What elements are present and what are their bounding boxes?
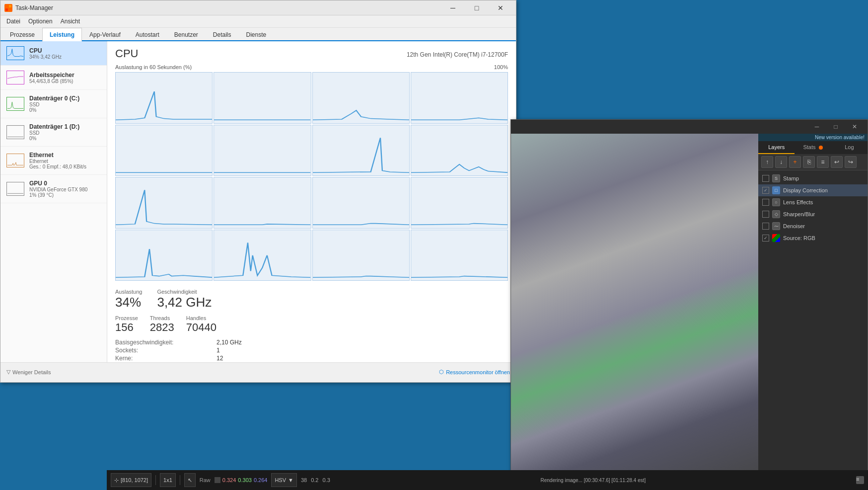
sidebar-item-disk1[interactable]: Datenträger 1 (D:) SSD 0% (0, 118, 107, 147)
menubar: Datei Optionen Ansicht (0, 15, 516, 28)
kerne-label: Kerne: (115, 355, 215, 362)
tab-app-verlauf[interactable]: App-Verlauf (82, 28, 128, 41)
close-button[interactable]: ✕ (489, 0, 512, 15)
taskbar-zoom[interactable]: 1x1 (160, 473, 176, 487)
sidebar-item-disk0[interactable]: Datenträger 0 (C:) SSD 0% (0, 90, 107, 118)
prozesse-label: Prozesse (115, 315, 138, 321)
geschwindigkeit-label: Geschwindigkeit (157, 289, 212, 295)
taskbar-coords: ⊹ [810, 1072] (111, 473, 151, 487)
cpu-core-6 (312, 125, 410, 176)
taskbar-color-mode[interactable]: HSV ▼ (271, 473, 297, 487)
disk0-sidebar-info: Datenträger 0 (C:) SSD 0% (29, 95, 101, 113)
disk0-sidebar-name: Datenträger 0 (C:) (29, 95, 101, 102)
disk0-sidebar-sub2: 0% (29, 107, 101, 113)
pe-tab-log[interactable]: Log (831, 141, 868, 154)
gpu-sidebar-sub2: 1% (39 °C) (29, 192, 101, 198)
layer-display-correction[interactable]: □ Display Correction (758, 184, 868, 196)
taskbar-r-value: 0.324 (222, 477, 236, 483)
layer-sharpen-blur-label: Sharpen/Blur (783, 211, 815, 217)
sidebar-item-memory[interactable]: Arbeitsspeicher 54,4/63,8 GB (85%) (0, 66, 107, 90)
resource-monitor-button[interactable]: ⬡ Ressourcenmonitor öffnen (439, 369, 510, 375)
handles-stat: Handles 70440 (186, 315, 217, 334)
layer-denoiser[interactable]: ⁓ Denoiser (758, 220, 868, 232)
raw-label: Raw (200, 477, 211, 483)
pe-minimize-button[interactable]: ─ (808, 121, 826, 132)
taskbar-h-value: 38 (301, 477, 307, 483)
layer-sharpen-blur-visibility[interactable] (762, 211, 769, 218)
sidebar-item-ethernet[interactable]: Ethernet Ethernet Ges.: 0 Empf.: 48,0 KB… (0, 147, 107, 175)
less-details-label: Weniger Details (12, 369, 51, 375)
pe-maximize-button[interactable]: □ (827, 121, 845, 132)
pe-tool-5[interactable]: ≡ (817, 156, 829, 168)
taskbar-menu-icon[interactable]: ≡ (856, 476, 864, 484)
layer-denoiser-visibility[interactable] (762, 223, 769, 230)
pe-tool-1[interactable]: ↑ (761, 156, 773, 168)
color-mode-value: HSV (275, 477, 286, 483)
cpu-core-9 (214, 177, 311, 229)
threads-label: Threads (150, 315, 174, 321)
color-mode-dropdown-icon: ▼ (288, 477, 293, 483)
task-manager-footer: ▽ Weniger Details ⬡ Ressourcenmonitor öf… (0, 362, 516, 381)
chart-percent-max: 100% (494, 64, 508, 70)
stats-indicator (819, 146, 823, 150)
pe-add-layer-button[interactable]: + (789, 156, 801, 168)
basisgeschwindigkeit-label: Basisgeschwindigkeit: (115, 339, 215, 346)
pe-sidebar: New version available! Layers Stats Log … (758, 134, 868, 490)
layer-display-correction-visibility[interactable] (762, 187, 769, 194)
cpu-sidebar-sub: 34% 3,42 GHz (29, 54, 101, 60)
arrow-icon: ↖ (188, 477, 192, 484)
pe-tool-7[interactable]: ↪ (845, 156, 857, 168)
layer-stamp[interactable]: S Stamp (758, 172, 868, 184)
pe-close-button[interactable]: ✕ (846, 121, 864, 132)
sidebar-item-cpu[interactable]: CPU 34% 3,42 GHz (0, 41, 107, 66)
window-title: Task-Manager (15, 4, 53, 11)
maximize-button[interactable]: □ (465, 0, 488, 15)
pe-tool-2[interactable]: ↓ (775, 156, 787, 168)
menu-ansicht[interactable]: Ansicht (57, 16, 84, 26)
pe-tool-6[interactable]: ↩ (831, 156, 843, 168)
cpu-sidebar-name: CPU (29, 47, 101, 54)
layer-stamp-visibility[interactable] (762, 175, 769, 182)
layer-source-rgb-visibility[interactable] (762, 235, 769, 242)
layer-source-rgb-label: Source: RGB (783, 235, 815, 241)
layer-source-rgb[interactable]: Source: RGB (758, 232, 868, 244)
taskbar-s-value: 0.2 (311, 477, 318, 483)
menu-optionen[interactable]: Optionen (24, 16, 57, 26)
layer-denoiser-icon: ⁓ (772, 222, 780, 230)
tab-autostart[interactable]: Autostart (128, 28, 167, 41)
tab-dienste[interactable]: Dienste (239, 28, 274, 41)
layer-sharpen-blur[interactable]: ◇ Sharpen/Blur (758, 208, 868, 220)
pe-window-controls: ─ □ ✕ (808, 121, 864, 132)
tab-details[interactable]: Details (206, 28, 239, 41)
prozesse-stat: Prozesse 156 (115, 315, 138, 334)
svg-rect-3 (9, 8, 11, 11)
pe-tab-stats[interactable]: Stats (795, 141, 831, 154)
cpu-core-10 (312, 177, 410, 229)
menu-datei[interactable]: Datei (2, 16, 24, 26)
less-details-button[interactable]: ▽ Weniger Details (6, 369, 51, 375)
taskbar-sep-1 (155, 475, 156, 485)
disk1-sidebar-name: Datenträger 1 (D:) (29, 123, 101, 130)
minimize-button[interactable]: ─ (441, 0, 464, 15)
layer-sharpen-blur-icon: ◇ (772, 210, 780, 218)
eth-sidebar-name: Ethernet (29, 152, 101, 159)
pe-new-version-notice: New version available! (758, 134, 868, 141)
taskbar-sep-2 (180, 475, 180, 485)
pe-tab-layers[interactable]: Layers (758, 141, 795, 154)
pe-layer-toolbar: ↑ ↓ + ⎘ ≡ ↩ ↪ (758, 154, 868, 170)
cpu-model: 12th Gen Intel(R) Core(TM) i7-12700F (407, 51, 508, 58)
auslastung-value: 34% (115, 295, 142, 310)
coords-icon: ⊹ (114, 477, 119, 484)
cpu-stats-row2: Prozesse 156 Threads 2823 Handles 70440 (115, 315, 508, 334)
tab-prozesse[interactable]: Prozesse (2, 28, 42, 41)
pe-tool-4[interactable]: ⎘ (803, 156, 815, 168)
sidebar-item-gpu0[interactable]: GPU 0 NVIDIA GeForce GTX 980 1% (39 °C) (0, 175, 107, 203)
cpu-sidebar-info: CPU 34% 3,42 GHz (29, 47, 101, 60)
layer-lens-effects-visibility[interactable] (762, 199, 769, 206)
layer-lens-effects[interactable]: ○ Lens Effects (758, 196, 868, 208)
disk0-mini-chart (6, 97, 24, 111)
tab-leistung[interactable]: Leistung (42, 28, 82, 41)
cpu-core-15 (411, 230, 508, 281)
layer-lens-effects-icon: ○ (772, 198, 780, 206)
tab-benutzer[interactable]: Benutzer (167, 28, 206, 41)
